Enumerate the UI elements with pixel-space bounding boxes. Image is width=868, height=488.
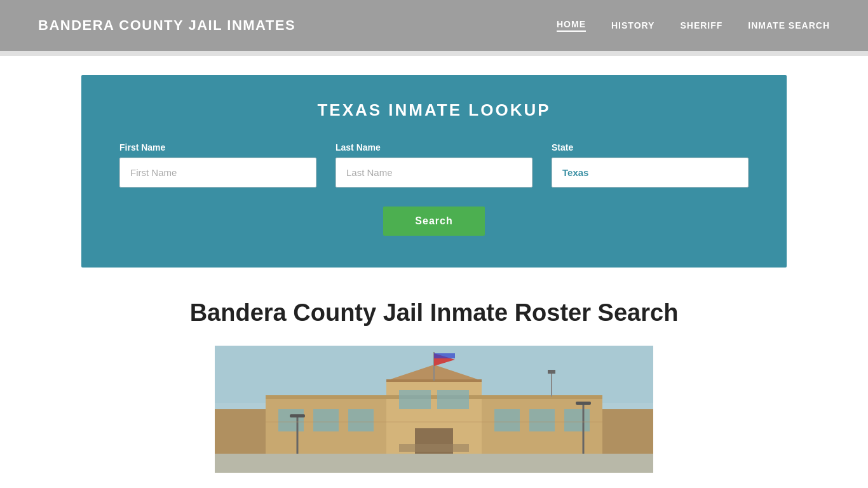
main-nav: HOME HISTORY SHERIFF INMATE SEARCH <box>557 19 830 32</box>
search-section: TEXAS INMATE LOOKUP First Name Last Name… <box>81 75 787 268</box>
state-label: State <box>552 142 749 152</box>
svg-rect-30 <box>602 409 653 454</box>
svg-rect-29 <box>215 409 266 454</box>
site-header: BANDERA COUNTY JAIL INMATES HOME HISTORY… <box>0 0 868 51</box>
svg-rect-22 <box>548 370 555 374</box>
header-shadow <box>0 51 868 56</box>
search-form-row: First Name Last Name State <box>119 142 749 187</box>
search-button[interactable]: Search <box>383 207 484 236</box>
search-section-title: TEXAS INMATE LOOKUP <box>119 100 749 120</box>
roster-title: Bandera County Jail Inmate Roster Search <box>119 299 749 327</box>
nav-home[interactable]: HOME <box>557 19 586 32</box>
content-section: Bandera County Jail Inmate Roster Search <box>81 287 787 473</box>
first-name-group: First Name <box>119 142 316 187</box>
svg-rect-27 <box>399 444 469 452</box>
last-name-label: Last Name <box>336 142 532 152</box>
svg-rect-12 <box>494 409 520 431</box>
first-name-label: First Name <box>119 142 316 152</box>
search-button-row: Search <box>119 207 749 236</box>
state-group: State <box>552 142 749 187</box>
svg-rect-15 <box>399 390 431 409</box>
first-name-input[interactable] <box>119 158 316 187</box>
svg-rect-13 <box>529 409 555 431</box>
building-image <box>215 346 653 473</box>
state-input[interactable] <box>552 158 749 187</box>
last-name-group: Last Name <box>336 142 532 187</box>
nav-sheriff[interactable]: SHERIFF <box>680 20 722 30</box>
svg-rect-20 <box>434 353 455 358</box>
nav-history[interactable]: HISTORY <box>611 20 654 30</box>
nav-inmate-search[interactable]: INMATE SEARCH <box>748 20 830 30</box>
site-title: BANDERA COUNTY JAIL INMATES <box>38 17 295 34</box>
svg-rect-14 <box>564 409 590 431</box>
svg-rect-9 <box>278 409 304 431</box>
svg-rect-16 <box>437 390 469 409</box>
svg-rect-26 <box>576 402 591 405</box>
svg-rect-10 <box>313 409 339 431</box>
last-name-input[interactable] <box>336 158 532 187</box>
svg-rect-24 <box>290 414 305 417</box>
svg-rect-3 <box>215 454 653 473</box>
svg-rect-11 <box>348 409 374 431</box>
